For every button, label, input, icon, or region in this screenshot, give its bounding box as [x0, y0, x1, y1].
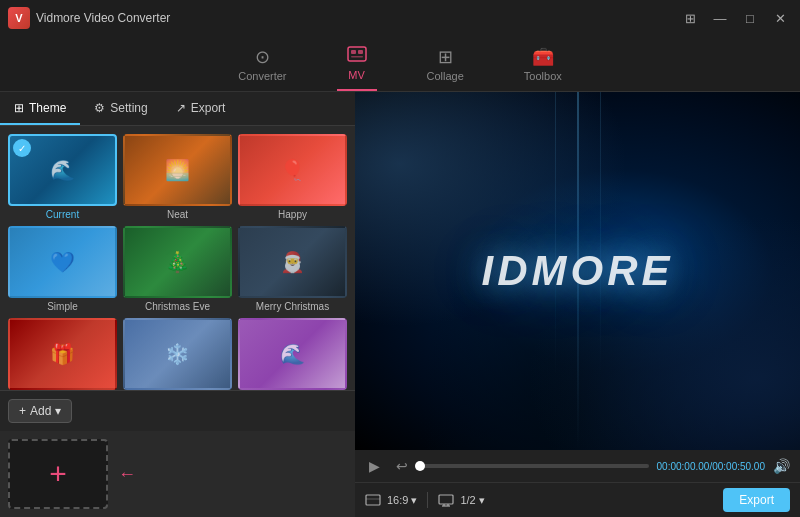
theme-deco-santa: 🎁 — [10, 320, 115, 388]
right-panel: IDMORE ▶ ↩ 00:00:00.00/00:00:50.00 🔊 — [355, 92, 800, 517]
preview-watermark: IDMORE — [482, 247, 674, 295]
add-label: Add — [30, 404, 51, 418]
titlebar-left: V Vidmore Video Converter — [8, 7, 170, 29]
controls-bar: ▶ ↩ 00:00:00.00/00:00:50.00 🔊 — [355, 450, 800, 482]
tab-collage[interactable]: ⊞ Collage — [417, 40, 474, 91]
time-display: 00:00:00.00/00:00:50.00 — [657, 461, 765, 472]
toolbox-icon: 🧰 — [532, 46, 554, 68]
page-selector[interactable]: 1/2 ▾ — [460, 494, 484, 507]
theme-label: Theme — [29, 101, 66, 115]
subtab-export[interactable]: ↗ Export — [162, 92, 240, 125]
main-content: ⊞ Theme ⚙ Setting ↗ Export ✓ 🌊 Current — [0, 92, 800, 517]
theme-item-happy[interactable]: 🎈 Happy — [238, 134, 347, 220]
converter-label: Converter — [238, 70, 286, 82]
theme-item-stripes-waves[interactable]: 🌊 Stripes & Waves — [238, 318, 347, 390]
page-dropdown-icon: ▾ — [479, 494, 485, 507]
ratio-icon-btn[interactable] — [365, 494, 381, 506]
progress-dot — [415, 461, 425, 471]
maximize-button[interactable]: □ — [738, 9, 762, 27]
volume-icon[interactable]: 🔊 — [773, 458, 790, 474]
collage-icon: ⊞ — [438, 46, 453, 68]
svg-rect-6 — [439, 495, 453, 504]
app-logo: V — [8, 7, 30, 29]
preview-background: IDMORE — [355, 92, 800, 450]
collage-label: Collage — [427, 70, 464, 82]
theme-label-neat: Neat — [167, 209, 188, 220]
theme-label-happy: Happy — [278, 209, 307, 220]
theme-deco-current: 🌊 — [10, 136, 115, 204]
theme-grid: ✓ 🌊 Current 🌅 Neat 🎈 Happy — [0, 126, 355, 390]
add-files-area: + Add ▾ — [0, 390, 355, 431]
svg-rect-2 — [358, 50, 363, 54]
titlebar: V Vidmore Video Converter ⊞ — □ ✕ — [0, 0, 800, 36]
add-plus-icon: + — [19, 404, 26, 418]
theme-grid-icon: ⊞ — [14, 101, 24, 115]
svg-rect-4 — [366, 495, 380, 505]
export-icon: ↗ — [176, 101, 186, 115]
nav-tabs: ⊙ Converter MV ⊞ Collage 🧰 Toolbox — [0, 36, 800, 92]
theme-item-snowy-night[interactable]: ❄️ Snowy Night — [123, 318, 232, 390]
mv-icon — [347, 46, 367, 67]
play-icon: ▶ — [369, 458, 380, 474]
theme-label-current: Current — [46, 209, 79, 220]
theme-item-merry-christmas[interactable]: 🎅 Merry Christmas — [238, 226, 347, 312]
theme-deco-happy: 🎈 — [240, 136, 345, 204]
left-panel: ⊞ Theme ⚙ Setting ↗ Export ✓ 🌊 Current — [0, 92, 355, 517]
progress-bar[interactable] — [420, 464, 649, 468]
tab-mv[interactable]: MV — [337, 40, 377, 91]
sub-tabs: ⊞ Theme ⚙ Setting ↗ Export — [0, 92, 355, 126]
theme-item-christmas-eve[interactable]: 🎄 Christmas Eve — [123, 226, 232, 312]
theme-deco-snowy: ❄️ — [125, 320, 230, 388]
theme-deco-merry: 🎅 — [240, 228, 345, 296]
restore-button[interactable]: ⊞ — [678, 9, 702, 27]
ratio-selector[interactable]: 16:9 ▾ — [387, 494, 417, 507]
rewind-button[interactable]: ↩ — [392, 456, 412, 476]
setting-label: Setting — [110, 101, 147, 115]
subtab-theme[interactable]: ⊞ Theme — [0, 92, 80, 125]
add-button[interactable]: + Add ▾ — [8, 399, 72, 423]
theme-deco-christmas: 🎄 — [125, 228, 230, 296]
svg-rect-3 — [351, 56, 363, 58]
minimize-button[interactable]: — — [708, 9, 732, 27]
monitor-icon — [438, 494, 454, 507]
toolbox-label: Toolbox — [524, 70, 562, 82]
theme-item-santa-claus[interactable]: 🎁 Santa Claus — [8, 318, 117, 390]
close-button[interactable]: ✕ — [768, 9, 792, 27]
subtab-setting[interactable]: ⚙ Setting — [80, 92, 161, 125]
ratio-dropdown-icon: ▾ — [411, 494, 417, 507]
converter-icon: ⊙ — [255, 46, 270, 68]
theme-deco-neat: 🌅 — [125, 136, 230, 204]
export-button[interactable]: Export — [723, 488, 790, 512]
theme-item-simple[interactable]: 💙 Simple — [8, 226, 117, 312]
theme-label-simple: Simple — [47, 301, 78, 312]
rewind-icon: ↩ — [396, 458, 408, 474]
theme-item-current[interactable]: ✓ 🌊 Current — [8, 134, 117, 220]
tab-converter[interactable]: ⊙ Converter — [228, 40, 296, 91]
theme-label-merry-christmas: Merry Christmas — [256, 301, 329, 312]
add-file-placeholder[interactable]: + ← — [8, 439, 108, 509]
bottom-controls: 16:9 ▾ 1/2 ▾ Export — [355, 482, 800, 517]
theme-label-christmas-eve: Christmas Eve — [145, 301, 210, 312]
add-dropdown-icon: ▾ — [55, 404, 61, 418]
preview-area: IDMORE — [355, 92, 800, 450]
theme-deco-simple: 💙 — [10, 228, 115, 296]
play-button[interactable]: ▶ — [365, 456, 384, 476]
monitor-icon-btn[interactable] — [438, 494, 454, 507]
files-list: + ← — [0, 431, 355, 517]
export-label: Export — [191, 101, 226, 115]
svg-rect-1 — [351, 50, 356, 54]
mv-label: MV — [348, 69, 365, 81]
theme-deco-stripes: 🌊 — [240, 320, 345, 388]
page-label: 1/2 — [460, 494, 475, 506]
file-add-plus-icon: + — [49, 459, 67, 489]
tab-toolbox[interactable]: 🧰 Toolbox — [514, 40, 572, 91]
titlebar-controls: ⊞ — □ ✕ — [678, 9, 792, 27]
aspect-ratio-icon — [365, 494, 381, 506]
separator-1 — [427, 492, 428, 508]
app-title: Vidmore Video Converter — [36, 11, 170, 25]
ratio-label: 16:9 — [387, 494, 408, 506]
svg-rect-0 — [348, 47, 366, 61]
arrow-indicator: ← — [118, 464, 136, 485]
setting-icon: ⚙ — [94, 101, 105, 115]
theme-item-neat[interactable]: 🌅 Neat — [123, 134, 232, 220]
